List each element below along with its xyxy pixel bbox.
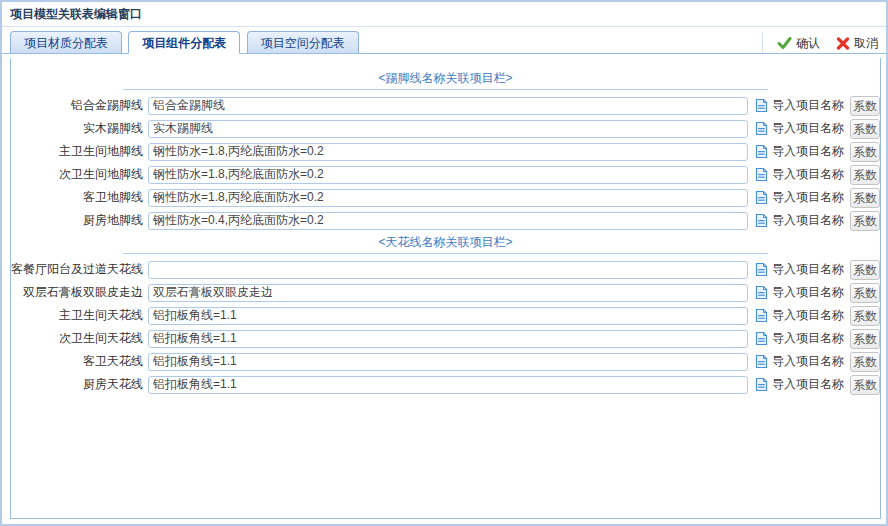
row-value-input[interactable] — [148, 307, 748, 325]
row-label: 客卫天花线 — [11, 353, 148, 370]
import-link-label: 导入项目名称 — [772, 120, 844, 137]
section-header: <天花线名称关联项目栏> — [123, 234, 768, 254]
row-value-input[interactable] — [148, 261, 748, 279]
import-document-icon — [755, 190, 768, 205]
row-label: 次卫生间地脚线 — [11, 166, 148, 183]
row-value-input[interactable] — [148, 284, 748, 302]
cancel-label: 取消 — [854, 35, 878, 52]
row-value-input[interactable] — [148, 353, 748, 371]
form-row: 次卫生间地脚线 导入项目名称 系数 — [11, 163, 880, 186]
section-ceiling: <天花线名称关联项目栏> 客餐厅阳台及过道天花线 导入项目名称 系数 双层石膏板… — [11, 234, 880, 396]
import-link-label: 导入项目名称 — [772, 376, 844, 393]
form-row: 次卫生间天花线 导入项目名称 系数 — [11, 327, 880, 350]
import-document-icon — [755, 213, 768, 228]
section-rows: 铝合金踢脚线 导入项目名称 系数 实木踢脚线 导入项目名称 系数 — [11, 94, 880, 232]
coefficient-button[interactable]: 系数 — [850, 260, 880, 280]
import-project-name-link[interactable]: 导入项目名称 — [755, 166, 844, 183]
import-document-icon — [755, 377, 768, 392]
row-value-input[interactable] — [148, 376, 748, 394]
confirm-label: 确认 — [796, 35, 820, 52]
coefficient-button[interactable]: 系数 — [850, 211, 880, 231]
import-document-icon — [755, 285, 768, 300]
row-label: 客卫地脚线 — [11, 189, 148, 206]
import-project-name-link[interactable]: 导入项目名称 — [755, 284, 844, 301]
import-document-icon — [755, 144, 768, 159]
import-link-label: 导入项目名称 — [772, 212, 844, 229]
confirm-button[interactable]: 确认 — [777, 35, 820, 52]
import-document-icon — [755, 262, 768, 277]
import-document-icon — [755, 354, 768, 369]
row-value-input[interactable] — [148, 97, 748, 115]
coefficient-button[interactable]: 系数 — [850, 329, 880, 349]
form-row: 实木踢脚线 导入项目名称 系数 — [11, 117, 880, 140]
x-icon — [836, 37, 850, 50]
import-project-name-link[interactable]: 导入项目名称 — [755, 212, 844, 229]
tab-actions: 确认 取消 — [762, 33, 878, 53]
tab-project-material[interactable]: 项目材质分配表 — [10, 31, 122, 54]
import-project-name-link[interactable]: 导入项目名称 — [755, 353, 844, 370]
row-value-input[interactable] — [148, 330, 748, 348]
row-label: 主卫生间地脚线 — [11, 143, 148, 160]
coefficient-button[interactable]: 系数 — [850, 188, 880, 208]
coefficient-button[interactable]: 系数 — [850, 352, 880, 372]
import-project-name-link[interactable]: 导入项目名称 — [755, 143, 844, 160]
coefficient-button[interactable]: 系数 — [850, 283, 880, 303]
row-value-input[interactable] — [148, 143, 748, 161]
coefficient-button[interactable]: 系数 — [850, 375, 880, 395]
import-link-label: 导入项目名称 — [772, 261, 844, 278]
row-label: 双层石膏板双眼皮走边 — [11, 284, 148, 301]
row-label: 客餐厅阳台及过道天花线 — [11, 261, 148, 278]
import-document-icon — [755, 121, 768, 136]
row-label: 主卫生间天花线 — [11, 307, 148, 324]
coefficient-button[interactable]: 系数 — [850, 119, 880, 139]
coefficient-button[interactable]: 系数 — [850, 306, 880, 326]
form-row: 主卫生间天花线 导入项目名称 系数 — [11, 304, 880, 327]
row-value-input[interactable] — [148, 189, 748, 207]
row-label: 次卫生间天花线 — [11, 330, 148, 347]
import-project-name-link[interactable]: 导入项目名称 — [755, 376, 844, 393]
import-link-label: 导入项目名称 — [772, 166, 844, 183]
tab-content-panel: <踢脚线名称关联项目栏> 铝合金踢脚线 导入项目名称 系数 实木踢脚线 — [10, 58, 881, 519]
form-row: 客卫天花线 导入项目名称 系数 — [11, 350, 880, 373]
row-label: 厨房地脚线 — [11, 212, 148, 229]
import-link-label: 导入项目名称 — [772, 307, 844, 324]
form-row: 厨房地脚线 导入项目名称 系数 — [11, 209, 880, 232]
cancel-button[interactable]: 取消 — [836, 35, 878, 52]
form-row: 双层石膏板双眼皮走边 导入项目名称 系数 — [11, 281, 880, 304]
tab-project-component[interactable]: 项目组件分配表 — [128, 31, 240, 54]
import-document-icon — [755, 98, 768, 113]
check-icon — [777, 36, 792, 50]
row-label: 实木踢脚线 — [11, 120, 148, 137]
import-project-name-link[interactable]: 导入项目名称 — [755, 330, 844, 347]
form-row: 客卫地脚线 导入项目名称 系数 — [11, 186, 880, 209]
import-link-label: 导入项目名称 — [772, 330, 844, 347]
row-value-input[interactable] — [148, 120, 748, 138]
form-row: 客餐厅阳台及过道天花线 导入项目名称 系数 — [11, 258, 880, 281]
import-link-label: 导入项目名称 — [772, 353, 844, 370]
section-header: <踢脚线名称关联项目栏> — [123, 70, 768, 90]
edit-window: 项目模型关联表编辑窗口 项目材质分配表 项目组件分配表 项目空间分配表 确认 取… — [0, 0, 888, 526]
import-link-label: 导入项目名称 — [772, 189, 844, 206]
window-title: 项目模型关联表编辑窗口 — [2, 2, 886, 27]
tab-project-space[interactable]: 项目空间分配表 — [247, 31, 359, 54]
section-rows: 客餐厅阳台及过道天花线 导入项目名称 系数 双层石膏板双眼皮走边 导入项目名称 — [11, 258, 880, 396]
import-project-name-link[interactable]: 导入项目名称 — [755, 307, 844, 324]
form-row: 铝合金踢脚线 导入项目名称 系数 — [11, 94, 880, 117]
import-link-label: 导入项目名称 — [772, 284, 844, 301]
coefficient-button[interactable]: 系数 — [850, 96, 880, 116]
row-label: 厨房天花线 — [11, 376, 148, 393]
import-document-icon — [755, 308, 768, 323]
import-project-name-link[interactable]: 导入项目名称 — [755, 97, 844, 114]
row-value-input[interactable] — [148, 212, 748, 230]
import-project-name-link[interactable]: 导入项目名称 — [755, 261, 844, 278]
import-link-label: 导入项目名称 — [772, 143, 844, 160]
coefficient-button[interactable]: 系数 — [850, 142, 880, 162]
import-document-icon — [755, 167, 768, 182]
coefficient-button[interactable]: 系数 — [850, 165, 880, 185]
import-project-name-link[interactable]: 导入项目名称 — [755, 189, 844, 206]
import-link-label: 导入项目名称 — [772, 97, 844, 114]
form-row: 厨房天花线 导入项目名称 系数 — [11, 373, 880, 396]
import-project-name-link[interactable]: 导入项目名称 — [755, 120, 844, 137]
import-document-icon — [755, 331, 768, 346]
row-value-input[interactable] — [148, 166, 748, 184]
